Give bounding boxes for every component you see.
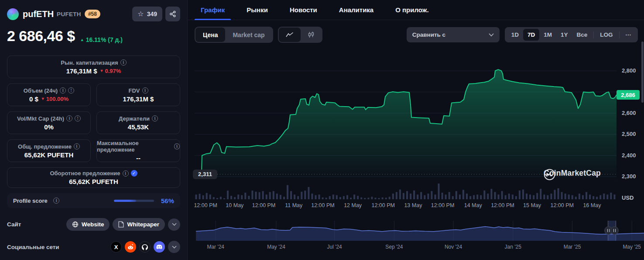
chevron-down-icon xyxy=(172,246,177,249)
stat-max-supply: Максимальное предложениеi -- xyxy=(96,139,180,162)
down-arrow-icon: ▼ xyxy=(100,69,104,73)
tab-about[interactable]: О прилож. xyxy=(389,0,435,20)
overview-axis-tick: Nov '24 xyxy=(445,244,462,250)
tab-chart[interactable]: График xyxy=(195,0,231,20)
coin-tabs: График Рынки Новости Аналитика О прилож. xyxy=(188,0,644,20)
stat-holders: Держателиi 45,53K xyxy=(96,111,180,134)
chart-controls: Цена Market cap Сравнить с 1D 7D 1M 1Y В… xyxy=(195,27,638,43)
overview-axis-tick: Mar '24 xyxy=(207,244,224,250)
line-chart-button[interactable] xyxy=(279,28,301,42)
x-axis-tick: 10 May xyxy=(226,202,243,208)
low-price-label: 2,311 xyxy=(193,170,217,179)
reddit-icon[interactable] xyxy=(125,241,136,253)
chevron-down-icon xyxy=(172,223,177,226)
whitepaper-button[interactable]: Whitepaper xyxy=(113,218,165,231)
stat-vol-mkt-cap: Vol/Mkt Cap (24h)i! 0% xyxy=(7,111,91,134)
range-all[interactable]: Все xyxy=(572,29,592,41)
divider xyxy=(593,31,594,38)
y-axis-tick: 2,800 xyxy=(622,67,636,74)
share-icon xyxy=(169,10,176,17)
range-selector: 1D 7D 1M 1Y Все LOG ··· xyxy=(505,27,638,42)
coin-price: 2 686,46 $ xyxy=(7,28,75,45)
more-links-button[interactable] xyxy=(168,218,180,231)
watermark: CoinMarketCap xyxy=(544,169,601,178)
website-button[interactable]: Website xyxy=(66,218,110,231)
warning-icon[interactable]: ! xyxy=(75,115,81,121)
coin-name: pufETH xyxy=(23,9,54,19)
coin-symbol: PUFETH xyxy=(57,11,81,17)
tab-analytics[interactable]: Аналитика xyxy=(333,0,380,20)
overview-axis-tick: Mar '25 xyxy=(564,244,581,250)
overview-axis-tick: Jul '24 xyxy=(327,244,342,250)
y-axis-tick: 2,300 xyxy=(622,173,636,180)
y-axis-tick: 2,600 xyxy=(622,110,636,116)
stats-grid: Рын. капитализацияi 176,31M $ ▼0.97% Объ… xyxy=(7,55,180,188)
x-axis-tick: 11 May xyxy=(285,202,302,208)
discord-icon[interactable] xyxy=(154,241,165,253)
github-icon[interactable] xyxy=(139,241,151,253)
x-axis-tick: 14 May xyxy=(464,202,482,208)
rank-badge: #58 xyxy=(85,10,100,18)
verified-check-icon: ✓ xyxy=(131,170,137,177)
document-icon xyxy=(118,221,124,228)
x-twitter-icon[interactable]: X xyxy=(110,241,122,253)
metric-price-button[interactable]: Цена xyxy=(195,28,225,42)
range-7d[interactable]: 7D xyxy=(523,29,539,41)
stat-total-supply: Общ. предложениеi 65,62K PUFETH xyxy=(7,139,91,162)
info-icon[interactable]: i xyxy=(142,87,148,94)
x-axis-tick: 12:00 PM xyxy=(491,202,514,208)
coin-header: pufETH PUFETH #58 ☆ 349 xyxy=(7,6,180,22)
down-arrow-icon: ▼ xyxy=(41,97,45,101)
info-icon[interactable]: i xyxy=(60,87,66,94)
stat-circulating-supply: Оборотное предложениеi✓ 65,62K PUFETH xyxy=(7,167,180,188)
coin-logo xyxy=(7,8,19,20)
tab-news[interactable]: Новости xyxy=(284,0,323,20)
chevron-down-icon xyxy=(489,33,494,37)
price-chart[interactable]: 2,8002,6002,5002,4002,300 USD 2,686 2,31… xyxy=(195,48,644,211)
range-1y[interactable]: 1Y xyxy=(556,29,572,41)
more-socials-button[interactable] xyxy=(168,241,180,253)
overview-axis-tick: May '25 xyxy=(623,244,641,250)
x-axis-tick: 12 May xyxy=(344,202,362,208)
socials-row: Социальные сети X xyxy=(7,241,180,253)
overview-axis-tick: May '24 xyxy=(267,244,285,250)
x-axis-tick: 12:00 PM xyxy=(550,202,574,208)
currency-label[interactable]: USD xyxy=(622,194,634,201)
coin-sidebar: pufETH PUFETH #58 ☆ 349 2 686,46 $ ▲ 16.… xyxy=(0,0,188,260)
more-options-button[interactable]: ··· xyxy=(621,29,636,41)
brush-handle-right[interactable] xyxy=(610,226,619,235)
x-axis-tick: 13 May xyxy=(404,202,422,208)
timeline-overview[interactable]: Mar '24May '24Jul '24Sep '24Nov '24Jan '… xyxy=(196,221,644,255)
log-toggle[interactable]: LOG xyxy=(596,29,617,41)
volume-change: ▼100.00% xyxy=(41,96,69,102)
watchlist-count: 349 xyxy=(147,10,157,17)
info-icon[interactable]: i xyxy=(74,143,80,149)
x-axis-tick: 12:00 PM xyxy=(194,202,217,208)
candlestick-chart-button[interactable] xyxy=(301,28,322,42)
overview-plot[interactable] xyxy=(196,221,644,241)
info-icon[interactable]: i xyxy=(66,115,72,121)
overview-axis-tick: Jan '25 xyxy=(505,244,521,250)
range-1m[interactable]: 1M xyxy=(539,29,556,41)
compare-dropdown[interactable]: Сравнить с xyxy=(407,27,500,42)
range-1d[interactable]: 1D xyxy=(507,29,523,41)
info-icon[interactable]: i xyxy=(120,59,127,66)
watchlist-button[interactable]: ☆ 349 xyxy=(132,7,162,21)
market-cap-change: ▼0.97% xyxy=(100,68,121,74)
metric-marketcap-button[interactable]: Market cap xyxy=(225,28,272,42)
scrollbar-thumb[interactable] xyxy=(641,42,644,103)
share-button[interactable] xyxy=(165,7,180,21)
x-axis-tick: 15 May xyxy=(523,202,541,208)
warning-icon[interactable]: ! xyxy=(68,87,74,94)
stat-volume-24h: Объем (24ч)i! 0 $ ▼100.00% xyxy=(7,83,91,106)
tab-markets[interactable]: Рынки xyxy=(240,0,274,20)
chart-panel: График Рынки Новости Аналитика О прилож.… xyxy=(188,0,644,260)
price-change: ▲ 16.11% (7 д.) xyxy=(80,36,123,43)
info-icon[interactable]: i xyxy=(53,198,59,204)
info-icon[interactable]: i xyxy=(152,115,158,121)
stat-market-cap: Рын. капитализацияi 176,31M $ ▼0.97% xyxy=(7,55,180,78)
info-icon[interactable]: i xyxy=(174,143,180,149)
candlestick-icon xyxy=(308,31,315,38)
overview-axis-tick: Sep '24 xyxy=(385,244,403,250)
info-icon[interactable]: i xyxy=(123,170,129,177)
